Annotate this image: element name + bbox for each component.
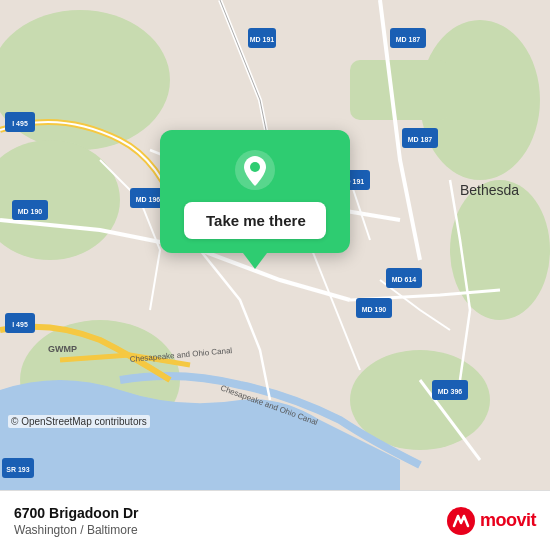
svg-text:MD 191: MD 191 (250, 36, 275, 43)
popup-arrow (243, 253, 267, 269)
location-pin-icon (233, 148, 277, 192)
location-popup: Take me there (155, 130, 355, 269)
footer-address: 6700 Brigadoon Dr (14, 505, 138, 521)
osm-credit: © OpenStreetMap contributors (8, 415, 150, 428)
svg-text:SR 193: SR 193 (6, 466, 29, 473)
take-me-there-button[interactable]: Take me there (184, 202, 326, 239)
footer: 6700 Brigadoon Dr Washington / Baltimore… (0, 490, 550, 550)
svg-text:GWMP: GWMP (48, 344, 77, 354)
svg-text:MD 396: MD 396 (438, 388, 463, 395)
svg-text:MD 190: MD 190 (18, 208, 43, 215)
svg-text:MD 187: MD 187 (396, 36, 421, 43)
footer-city: Washington / Baltimore (14, 523, 138, 537)
svg-text:I 495: I 495 (12, 120, 28, 127)
svg-text:Bethesda: Bethesda (460, 182, 519, 198)
moovit-logo: moovit (446, 506, 536, 536)
svg-text:MD 187: MD 187 (408, 136, 433, 143)
svg-text:MD 190: MD 190 (362, 306, 387, 313)
popup-box: Take me there (160, 130, 350, 253)
svg-text:MD 614: MD 614 (392, 276, 417, 283)
map-container: MD 191 MD 190 I 495 I 495 MD 196 MD 191 … (0, 0, 550, 490)
moovit-brand-text: moovit (480, 510, 536, 531)
svg-rect-6 (350, 60, 450, 120)
moovit-icon (446, 506, 476, 536)
footer-info: 6700 Brigadoon Dr Washington / Baltimore (14, 505, 138, 537)
svg-point-5 (450, 180, 550, 320)
svg-point-38 (250, 162, 260, 172)
svg-text:I 495: I 495 (12, 321, 28, 328)
